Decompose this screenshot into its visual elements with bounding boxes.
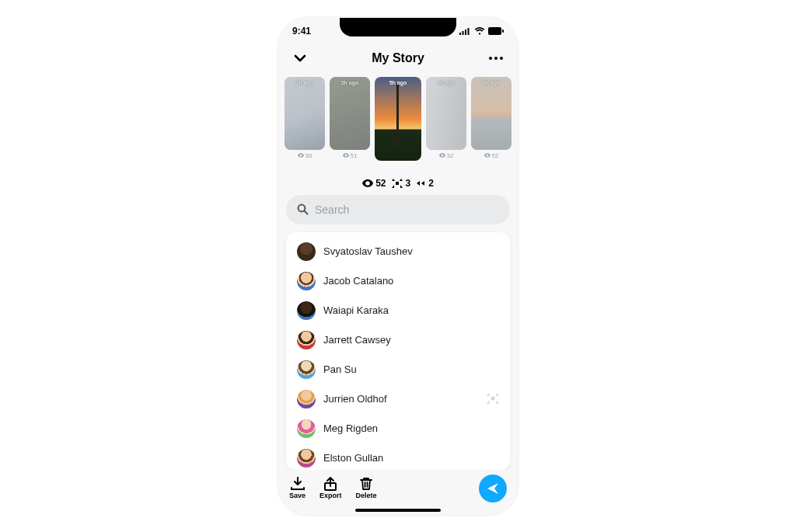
- metric-views: 52: [362, 178, 386, 189]
- home-indicator[interactable]: [355, 509, 441, 512]
- svg-point-7: [494, 57, 498, 60]
- device-notch: [340, 18, 456, 37]
- story-views-4: 52: [484, 152, 499, 159]
- eye-icon: [298, 153, 304, 158]
- search-icon: [297, 203, 309, 215]
- send-icon: [486, 482, 500, 495]
- eye-icon: [484, 153, 491, 158]
- replay-icon: [417, 179, 426, 187]
- delete-button[interactable]: Delete: [356, 477, 377, 499]
- viewer-name: Jurrien Oldhof: [323, 393, 479, 405]
- more-button[interactable]: [485, 47, 507, 69]
- avatar: [297, 272, 316, 290]
- back-button[interactable]: [289, 47, 311, 69]
- avatar: [297, 449, 316, 468]
- cellular-icon: [459, 27, 471, 35]
- viewer-row[interactable]: Jarrett Cawsey: [286, 325, 510, 355]
- status-time: 9:41: [292, 26, 311, 37]
- wifi-icon: [474, 27, 485, 35]
- viewer-name: Pan Su: [323, 363, 499, 375]
- story-metrics: 52 3 2: [278, 178, 518, 189]
- export-button[interactable]: Export: [319, 477, 342, 499]
- viewer-row[interactable]: Meg Rigden: [286, 414, 510, 443]
- story-views-0: 30: [298, 152, 312, 159]
- save-button[interactable]: Save: [289, 477, 305, 499]
- battery-icon: [488, 27, 504, 35]
- eye-icon: [343, 153, 349, 158]
- metric-replays: 2: [417, 178, 434, 189]
- eye-icon: [439, 153, 445, 158]
- avatar: [297, 390, 316, 409]
- story-thumb-0[interactable]: 1h ago 30: [285, 77, 325, 159]
- phone-frame: 9:41 My Story 1h ago 30 3h ago 51: [278, 18, 518, 515]
- story-views-3: 32: [439, 152, 454, 159]
- viewer-row[interactable]: Pan Su: [286, 355, 510, 384]
- trash-icon: [359, 477, 373, 491]
- avatar: [297, 242, 316, 261]
- viewer-row[interactable]: Jacob Catalano: [286, 266, 510, 296]
- viewer-name: Jarrett Cawsey: [323, 334, 499, 346]
- share-icon: [323, 477, 338, 491]
- viewer-row[interactable]: Waiapi Karaka: [286, 296, 510, 325]
- viewer-name: Meg Rigden: [323, 422, 499, 434]
- avatar: [297, 331, 316, 349]
- screenshot-icon: [392, 179, 403, 188]
- status-indicators: [459, 27, 504, 35]
- svg-line-10: [305, 211, 308, 214]
- svg-point-6: [489, 57, 492, 60]
- viewer-row[interactable]: Svyatoslav Taushev: [286, 237, 510, 266]
- avatar: [297, 419, 316, 438]
- avatar: [297, 301, 316, 320]
- story-thumb-4[interactable]: 8h ago 52: [471, 77, 511, 159]
- viewer-name: Elston Gullan: [323, 452, 499, 464]
- story-thumb-2[interactable]: 5h ago 52: [375, 77, 421, 170]
- header: My Story: [278, 44, 518, 72]
- ellipsis-icon: [489, 57, 503, 60]
- viewer-name: Waiapi Karaka: [323, 304, 499, 316]
- story-carousel[interactable]: 1h ago 30 3h ago 51 5h ago 52 7h ago: [278, 75, 518, 176]
- viewer-name: Jacob Catalano: [323, 275, 499, 287]
- story-thumb-1[interactable]: 3h ago 51: [330, 77, 370, 159]
- viewers-list: Svyatoslav Taushev Jacob Catalano Waiapi…: [286, 232, 510, 470]
- viewer-row[interactable]: Elston Gullan: [286, 443, 510, 470]
- story-views-1: 51: [343, 152, 358, 159]
- search-bar[interactable]: [286, 195, 510, 224]
- svg-rect-2: [465, 30, 466, 35]
- svg-rect-1: [463, 31, 464, 35]
- viewer-row[interactable]: Jurrien Oldhof: [286, 384, 510, 414]
- screenshot-indicator-icon: [487, 393, 499, 405]
- svg-rect-4: [488, 27, 501, 35]
- download-icon: [290, 477, 305, 491]
- viewer-name: Svyatoslav Taushev: [323, 245, 499, 257]
- story-thumb-3[interactable]: 7h ago 32: [426, 77, 466, 159]
- svg-point-8: [500, 57, 503, 60]
- send-button[interactable]: [479, 475, 507, 502]
- avatar: [297, 360, 316, 379]
- metric-screenshots: 3: [392, 178, 410, 189]
- svg-rect-5: [502, 30, 504, 33]
- page-title: My Story: [372, 51, 424, 65]
- chevron-down-icon: [293, 51, 307, 65]
- search-input[interactable]: [315, 203, 499, 216]
- svg-rect-3: [468, 28, 470, 35]
- eye-icon: [362, 179, 373, 187]
- svg-rect-0: [459, 33, 461, 35]
